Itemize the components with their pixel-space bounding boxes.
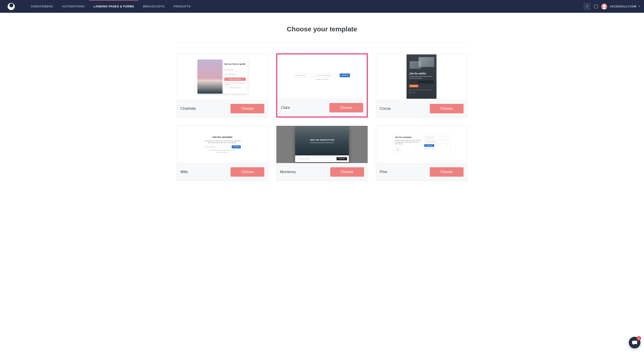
status-circle-icon[interactable] [594,4,598,9]
preview-sub: Fruitcake dessert soufflé carrot cake. M… [202,140,244,144]
choose-button[interactable]: Choose [330,103,363,112]
preview-button: Subscribe [336,157,347,160]
choose-button[interactable]: Choose [430,104,464,113]
main-content: Choose your template Get our how to guid… [174,13,470,181]
preview-powered-by: Powered By ConvertKit [224,87,246,88]
avatar-icon[interactable] [601,4,607,10]
preview-button: Subscribe [424,144,434,147]
template-preview[interactable]: Join the waitlist Subscribe below and we… [376,54,467,100]
preview-field: Your email address [317,73,338,77]
preview-disclaimer: We won't send you spam. Unsubscribe at a… [202,149,244,151]
mock-pine: Join the newsletter Fruitcake dessert so… [392,134,451,155]
card-footer: Mills Choose [177,163,268,181]
template-preview[interactable]: Your first name Your email address Subsc… [277,54,366,99]
preview-field: Your first name [224,68,246,71]
template-card-monterey: JOIN THE NEWSLETTER Subscribe to get our… [276,126,368,181]
mock-monterey: JOIN THE NEWSLETTER Subscribe to get our… [295,127,349,162]
preview-heading: Join the waitlist [409,72,434,75]
preview-disclaimer: We respect your privacy. Unsubscribe at … [409,90,434,91]
page-title: Choose your template [177,13,467,42]
preview-button: Send me the guide [224,77,246,81]
card-footer: Cocoa Choose [376,100,467,117]
preview-sub: Fruitcake dessert soufflé carrot cake. M… [395,139,422,145]
account-menu[interactable]: ACCESSALLY.COM [610,5,636,8]
preview-heading: JOIN THE NEWSLETTER [310,139,334,141]
nav-links: SUBSCRIBERS AUTOMATIONS LANDING PAGES & … [26,0,584,13]
divider [177,42,467,43]
preview-button: Download [409,85,418,87]
preview-field: Your email address [224,73,246,76]
preview-powered-by: Powered by ConvertKit [290,79,354,80]
card-footer: Pine Choose [376,163,467,181]
template-grid: Get our how to guide Your first name You… [177,53,467,181]
nav-broadcasts[interactable]: BROADCASTS [139,0,169,13]
template-preview[interactable]: JOIN THE NEWSLETTER Subscribe to get our… [276,126,368,163]
mock-cocoa: Join the waitlist Subscribe below and we… [406,54,436,99]
template-card-cocoa: Join the waitlist Subscribe below and we… [376,53,467,118]
preview-field: Your email address [204,145,231,148]
preview-powered-by: Powered by ConvertKit [202,152,244,153]
template-name: Monterey [280,170,296,174]
template-preview[interactable]: Join the newsletter Fruitcake dessert so… [376,126,467,163]
logo-icon[interactable] [8,3,15,10]
template-card-charlotte: Get our how to guide Your first name You… [177,53,268,118]
nav-automations[interactable]: AUTOMATIONS [58,0,89,13]
preview-disclaimer: We respect your privacy. Unsubscribe at … [224,82,246,86]
nav-subscribers[interactable]: SUBSCRIBERS [26,0,58,13]
preview-field: Email address [409,80,434,84]
image-placeholder-icon [395,146,401,153]
choose-button[interactable]: Choose [330,167,364,177]
preview-field: Your first name [294,73,316,77]
choose-button[interactable]: Choose [230,104,264,113]
mock-clare: Your first name Your email address Subsc… [290,73,354,80]
template-preview[interactable]: Get our how to guide Your first name You… [177,54,268,100]
preview-heading: Join the newsletter [202,136,244,138]
preview-sub: Subscribe below and we'll notify you whe… [409,76,434,79]
card-footer: Monterey Choose [276,163,368,181]
template-card-pine: Join the newsletter Fruitcake dessert so… [376,126,467,181]
preview-powered-by: ConvertKit [409,92,434,93]
preview-field: Your email address [424,140,448,143]
help-button[interactable]: ? [584,3,590,10]
template-name: Clare [281,105,290,110]
chevron-down-icon[interactable] [638,6,640,7]
preview-button: Subscribe [340,73,350,77]
template-name: Pine [380,170,387,174]
choose-button[interactable]: Choose [230,167,264,177]
preview-heading: Get our how to guide [224,63,246,65]
top-nav: SUBSCRIBERS AUTOMATIONS LANDING PAGES & … [0,0,644,13]
template-name: Mills [180,170,188,174]
svg-point-1 [397,149,398,149]
preview-powered-by: Powered by ConvertKit [424,148,448,149]
choose-button[interactable]: Choose [430,167,464,177]
template-name: Charlotte [180,106,196,111]
preview-panel: Get our how to guide Your first name You… [222,60,248,94]
preview-heading: Join the newsletter [395,136,422,138]
card-footer: Charlotte Choose [177,100,268,117]
preview-image [198,60,222,94]
nav-right: ? ACCESSALLY.COM [584,3,640,10]
mock-charlotte: Get our how to guide Your first name You… [198,60,248,94]
preview-sub: Subscribe to get our latest content by e… [310,142,334,143]
nav-products[interactable]: PRODUCTS [169,0,195,13]
nav-landing-pages-forms[interactable]: LANDING PAGES & FORMS [89,0,139,13]
template-name: Cocoa [380,106,391,111]
template-card-clare: Your first name Your email address Subsc… [276,53,368,118]
preview-button: Subscribe [232,145,241,148]
template-preview[interactable]: Join the newsletter Fruitcake dessert so… [177,126,268,163]
preview-field: Your first name [424,136,448,139]
template-card-mills: Join the newsletter Fruitcake dessert so… [177,126,268,181]
mock-mills: Join the newsletter Fruitcake dessert so… [198,132,247,157]
card-footer: Clare Choose [277,99,366,116]
preview-field: Your email address [297,157,336,160]
